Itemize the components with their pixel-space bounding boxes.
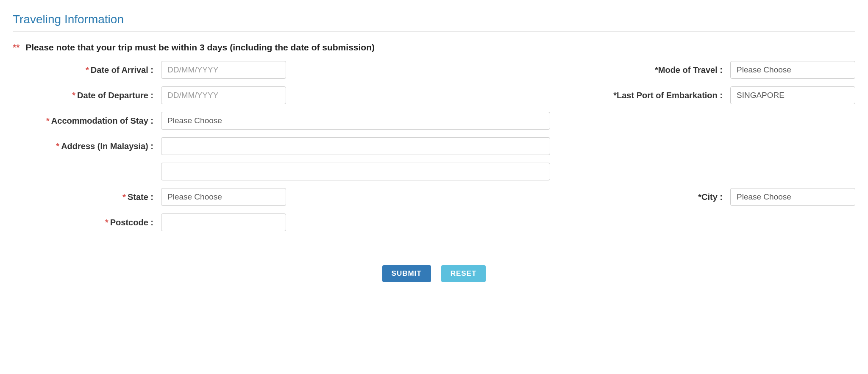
row-arrival-mode: *Date of Arrival : *Mode of Travel :: [13, 61, 855, 79]
state-select[interactable]: [161, 188, 286, 206]
label-city: *City :: [562, 192, 730, 202]
button-row: SUBMIT RESET: [13, 265, 855, 282]
note-text: Please note that your trip must be withi…: [25, 42, 375, 52]
label-date-arrival: *Date of Arrival :: [13, 65, 161, 75]
note-asterisks: **: [13, 42, 19, 52]
date-departure-input[interactable]: [161, 86, 286, 104]
label-accommodation: *Accommodation of Stay :: [13, 116, 161, 126]
row-address1: *Address (In Malaysia) :: [13, 137, 855, 155]
note-row: ** Please note that your trip must be wi…: [13, 42, 855, 53]
label-postcode: *Postcode :: [13, 218, 161, 227]
label-state: *State :: [13, 192, 161, 202]
row-state-city: *State : *City :: [13, 188, 855, 206]
row-postcode: *Postcode :: [13, 213, 855, 231]
submit-button[interactable]: SUBMIT: [382, 265, 431, 282]
label-address: *Address (In Malaysia) :: [13, 141, 161, 151]
row-departure-port: *Date of Departure : *Last Port of Embar…: [13, 86, 855, 104]
traveling-information-section: Traveling Information ** Please note tha…: [0, 0, 868, 295]
accommodation-select[interactable]: [161, 112, 550, 130]
address-line2-input[interactable]: [161, 163, 550, 180]
address-line1-input[interactable]: [161, 137, 550, 155]
date-arrival-input[interactable]: [161, 61, 286, 79]
city-select[interactable]: [730, 188, 855, 206]
row-address2: [13, 163, 855, 180]
label-date-departure: *Date of Departure :: [13, 91, 161, 100]
label-last-port: *Last Port of Embarkation :: [562, 91, 730, 100]
section-title: Traveling Information: [13, 13, 855, 26]
row-accommodation: *Accommodation of Stay :: [13, 112, 855, 130]
reset-button[interactable]: RESET: [441, 265, 486, 282]
last-port-input[interactable]: [730, 86, 855, 104]
mode-travel-select[interactable]: [730, 61, 855, 79]
postcode-input[interactable]: [161, 213, 286, 231]
section-divider: [13, 31, 855, 32]
label-mode-travel: *Mode of Travel :: [562, 65, 730, 75]
